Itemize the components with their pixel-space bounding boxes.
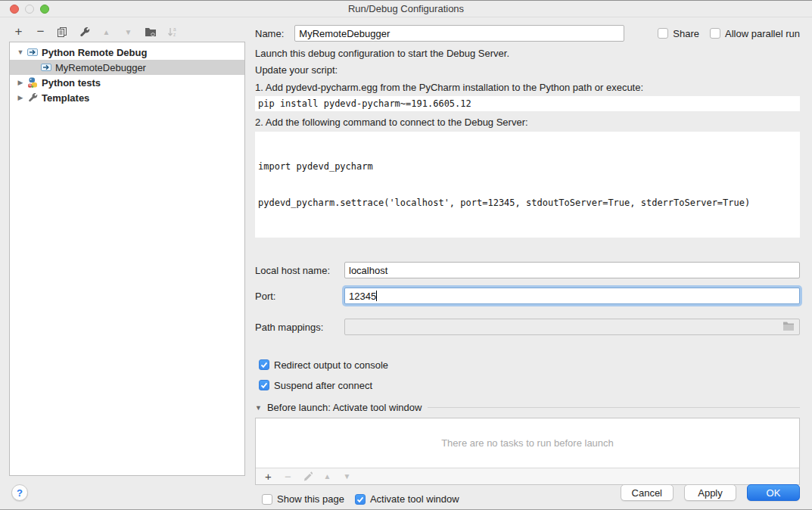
expand-collapse-icon[interactable]: ▼ — [14, 48, 26, 56]
python-tests-icon — [26, 76, 39, 89]
configuration-form: Name: Share Allow parallel run Launch th… — [255, 25, 800, 505]
expand-collapse-icon[interactable]: ▶ — [14, 94, 26, 101]
instruction-step-2: 2. Add the following command to connect … — [255, 117, 800, 129]
task-list-toolbar: + − ▲ ▼ — [256, 468, 799, 484]
before-launch-title: Before launch: Activate tool window — [267, 402, 422, 413]
redirect-output-label: Redirect output to console — [274, 359, 388, 371]
edit-templates-wrench-icon[interactable] — [78, 26, 91, 39]
browse-folder-icon[interactable] — [782, 321, 795, 333]
apply-button[interactable]: Apply — [684, 484, 736, 501]
show-this-page-row[interactable]: Show this page — [262, 493, 344, 505]
allow-parallel-run-checkbox-row[interactable]: Allow parallel run — [710, 28, 800, 39]
redirect-output-row[interactable]: Redirect output to console — [259, 359, 800, 371]
move-up-icon[interactable]: ▲ — [100, 26, 113, 39]
share-checkbox-row[interactable]: Share — [658, 28, 699, 39]
sort-alphabetically-icon[interactable]: az — [166, 26, 179, 39]
minimize-window-button[interactable] — [25, 5, 34, 14]
empty-task-list-message: There are no tasks to run before launch — [256, 418, 799, 468]
move-down-icon[interactable]: ▼ — [122, 26, 135, 39]
port-input[interactable] — [344, 288, 800, 304]
window-title: Run/Debug Configurations — [0, 3, 812, 14]
suspend-after-connect-checkbox[interactable] — [259, 380, 269, 390]
add-configuration-icon[interactable]: + — [12, 26, 25, 39]
port-label: Port: — [255, 291, 344, 302]
remote-debug-config-icon — [26, 46, 39, 58]
share-checkbox[interactable] — [658, 28, 668, 39]
dialog-buttons: Cancel Apply OK — [621, 484, 800, 501]
move-task-up-icon[interactable]: ▲ — [322, 472, 333, 480]
before-launch-header[interactable]: ▼ Before launch: Activate tool window — [255, 402, 800, 413]
redirect-output-checkbox[interactable] — [259, 359, 269, 370]
help-question-icon: ? — [17, 487, 23, 499]
close-window-button[interactable] — [10, 5, 19, 14]
share-label: Share — [673, 28, 699, 39]
configurations-tree: ▼ Python Remote Debug MyRemoteDebugger ▶… — [9, 42, 245, 476]
new-folder-icon[interactable] — [144, 26, 157, 39]
collapse-section-icon[interactable]: ▼ — [255, 404, 262, 412]
add-task-icon[interactable]: + — [263, 470, 274, 483]
tree-item-label: Templates — [42, 92, 89, 104]
zoom-window-button[interactable] — [40, 5, 49, 14]
instruction-line-1: Launch this debug configuration to start… — [255, 48, 800, 60]
tree-item-templates[interactable]: ▶ Templates — [10, 90, 244, 105]
remove-task-icon[interactable]: − — [282, 470, 294, 483]
local-host-name-label: Local host name: — [255, 265, 344, 276]
tree-item-label: MyRemoteDebugger — [55, 62, 146, 73]
move-task-down-icon[interactable]: ▼ — [341, 472, 353, 480]
show-this-page-label: Show this page — [277, 493, 344, 505]
help-button[interactable]: ? — [11, 484, 28, 501]
copy-configuration-icon[interactable] — [56, 26, 69, 39]
expand-collapse-icon[interactable]: ▶ — [14, 79, 26, 86]
remote-debug-config-icon — [40, 61, 52, 73]
activate-tool-window-checkbox[interactable] — [355, 494, 366, 505]
before-launch-task-list: There are no tasks to run before launch … — [255, 418, 800, 485]
path-mappings-label: Path mappings: — [255, 322, 344, 333]
local-host-name-input[interactable] — [344, 262, 800, 278]
settrace-code-line-2: pydevd_pycharm.settrace('localhost', por… — [258, 197, 797, 209]
tree-item-python-tests[interactable]: ▶ Python tests — [10, 75, 244, 90]
path-mappings-field[interactable] — [344, 319, 800, 335]
tree-item-myremotedebugger[interactable]: MyRemoteDebugger — [10, 60, 244, 75]
suspend-after-connect-label: Suspend after connect — [274, 380, 372, 391]
activate-tool-window-label: Activate tool window — [370, 493, 459, 505]
tree-item-python-remote-debug[interactable]: ▼ Python Remote Debug — [10, 45, 244, 60]
edit-task-pencil-icon[interactable] — [302, 471, 313, 481]
svg-text:a: a — [173, 26, 176, 32]
templates-wrench-icon — [26, 92, 39, 104]
name-label: Name: — [255, 28, 284, 39]
tree-item-label: Python tests — [42, 77, 101, 89]
title-bar: Run/Debug Configurations — [0, 1, 812, 17]
tree-item-label: Python Remote Debug — [42, 47, 147, 58]
remove-configuration-icon[interactable]: − — [34, 26, 47, 39]
configurations-toolbar: + − ▲ ▼ az — [12, 23, 179, 40]
cancel-button[interactable]: Cancel — [621, 484, 674, 501]
svg-text:z: z — [173, 32, 176, 37]
ok-button[interactable]: OK — [747, 484, 800, 501]
settrace-code: import pydevd_pycharm pydevd_pycharm.set… — [255, 132, 800, 238]
pip-install-code: pip install pydevd-pycharm~=191.6605.12 — [255, 96, 800, 111]
activate-tool-window-row[interactable]: Activate tool window — [355, 493, 459, 505]
instruction-line-2: Update your script: — [255, 64, 800, 76]
settrace-code-line-1: import pydevd_pycharm — [258, 160, 797, 173]
suspend-after-connect-row[interactable]: Suspend after connect — [259, 379, 800, 391]
allow-parallel-run-label: Allow parallel run — [725, 28, 800, 39]
traffic-lights — [10, 5, 49, 14]
show-this-page-checkbox[interactable] — [262, 494, 272, 505]
name-input[interactable] — [294, 25, 624, 42]
section-rule — [428, 407, 800, 408]
instruction-step-1: 1. Add pydevd-pycharm.egg from the PyCha… — [255, 82, 800, 94]
allow-parallel-run-checkbox[interactable] — [710, 28, 720, 39]
text-caret — [376, 291, 377, 301]
